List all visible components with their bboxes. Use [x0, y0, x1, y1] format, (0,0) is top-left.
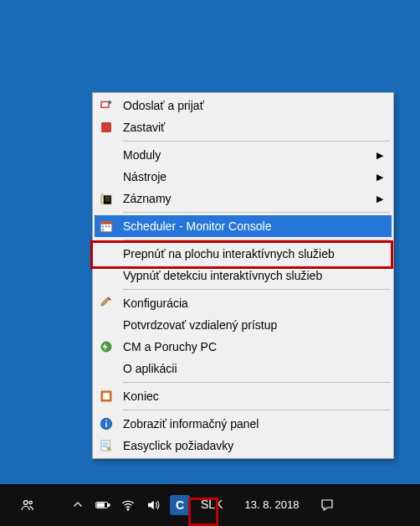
- easyclick-icon: [95, 438, 118, 453]
- menu-item[interactable]: Odoslať a prijať: [95, 95, 392, 116]
- scheduler-icon: [95, 219, 118, 234]
- menu-item-label: Prepnúť na plochu interaktívnych služieb: [118, 247, 376, 260]
- exit-icon: [95, 389, 118, 404]
- cm-icon: [95, 339, 118, 354]
- svg-point-19: [127, 508, 129, 510]
- menu-item-label: Záznamy: [118, 192, 376, 205]
- menu-item-label: Moduly: [118, 148, 376, 162]
- svg-rect-17: [108, 504, 110, 507]
- svg-rect-12: [105, 420, 107, 422]
- menu-item[interactable]: Prepnúť na plochu interaktívnych služieb: [95, 243, 392, 265]
- menu-item-label: Easyclick požiadavky: [118, 439, 376, 452]
- menu-item-label: Zastaviť: [118, 121, 376, 134]
- menu-item[interactable]: Moduly▶: [95, 144, 392, 166]
- menu-item[interactable]: Vypnúť detekciu interaktívnych služieb: [95, 265, 392, 286]
- menu-item[interactable]: Konfigurácia: [95, 292, 392, 314]
- menu-item[interactable]: Záznamy▶: [95, 188, 392, 209]
- clock-date[interactable]: 13. 8. 2018: [238, 499, 305, 511]
- menu-item-label: Konfigurácia: [118, 297, 376, 310]
- menu-separator: [123, 382, 390, 383]
- stop-icon: [95, 120, 118, 135]
- language-text: SLK: [201, 498, 223, 511]
- menu-item[interactable]: Potvrdzovať vzdialený prístup: [95, 314, 392, 336]
- menu-item[interactable]: Scheduler - Monitor Console: [95, 215, 392, 237]
- tray-chevron-up-icon[interactable]: [65, 484, 90, 526]
- menu-separator: [123, 240, 390, 240]
- svg-rect-5: [108, 225, 110, 227]
- svg-point-15: [29, 501, 32, 503]
- menu-item[interactable]: Nástroje▶: [95, 166, 392, 188]
- menu-separator: [123, 410, 390, 410]
- submenu-arrow-icon: ▶: [376, 150, 392, 161]
- svg-rect-6: [102, 229, 104, 230]
- menu-item-label: Scheduler - Monitor Console: [118, 219, 376, 233]
- submenu-arrow-icon: ▶: [376, 193, 392, 204]
- menu-item[interactable]: Koniec: [95, 385, 392, 407]
- menu-separator: [123, 141, 390, 142]
- menu-item-label: Vypnúť detekciu interaktívnych služieb: [118, 269, 376, 282]
- date-text: 13. 8. 2018: [244, 498, 299, 511]
- svg-rect-0: [102, 123, 111, 132]
- menu-item-label: O aplikácii: [118, 362, 376, 375]
- svg-rect-2: [100, 222, 112, 224]
- battery-icon[interactable]: [90, 484, 115, 526]
- menu-item-label: Odoslať a prijať: [118, 99, 376, 112]
- submenu-arrow-icon: ▶: [376, 172, 392, 183]
- menu-item-label: Nástroje: [118, 170, 376, 183]
- info-icon: [95, 416, 118, 431]
- svg-rect-4: [105, 225, 107, 227]
- menu-item[interactable]: Easyclick požiadavky: [95, 435, 392, 456]
- menu-item[interactable]: O aplikácii: [95, 358, 392, 379]
- svg-rect-18: [97, 503, 104, 507]
- menu-item-label: CM a Poruchy PC: [118, 340, 376, 353]
- menu-separator: [123, 212, 390, 213]
- tray-context-menu: Odoslať a prijaťZastaviťModuly▶Nástroje▶…: [92, 92, 394, 459]
- wifi-icon[interactable]: [115, 484, 141, 526]
- menu-item[interactable]: CM a Poruchy PC: [95, 336, 392, 358]
- language-indicator[interactable]: SLK: [194, 498, 229, 511]
- menu-item-label: Potvrdzovať vzdialený prístup: [118, 318, 376, 332]
- svg-point-14: [23, 501, 28, 505]
- volume-icon[interactable]: [141, 484, 166, 526]
- menu-item-label: Koniec: [118, 389, 376, 403]
- svg-rect-3: [102, 225, 104, 227]
- svg-rect-9: [103, 393, 110, 400]
- taskbar: C SLK 13. 8. 2018: [0, 484, 420, 526]
- config-icon: [95, 296, 118, 311]
- menu-item-label: Zobraziť informačný panel: [118, 417, 376, 431]
- svg-rect-11: [105, 423, 107, 427]
- send-receive-icon: [95, 98, 118, 113]
- menu-item[interactable]: Zobraziť informačný panel: [95, 413, 392, 435]
- menu-separator: [123, 289, 390, 290]
- tray-app-icon[interactable]: C: [166, 484, 194, 526]
- menu-item[interactable]: Zastaviť: [95, 116, 392, 138]
- tray-app-icon-letter: C: [176, 498, 184, 512]
- people-icon[interactable]: [15, 484, 40, 526]
- logs-icon: [95, 191, 118, 206]
- action-center-icon[interactable]: [313, 484, 341, 526]
